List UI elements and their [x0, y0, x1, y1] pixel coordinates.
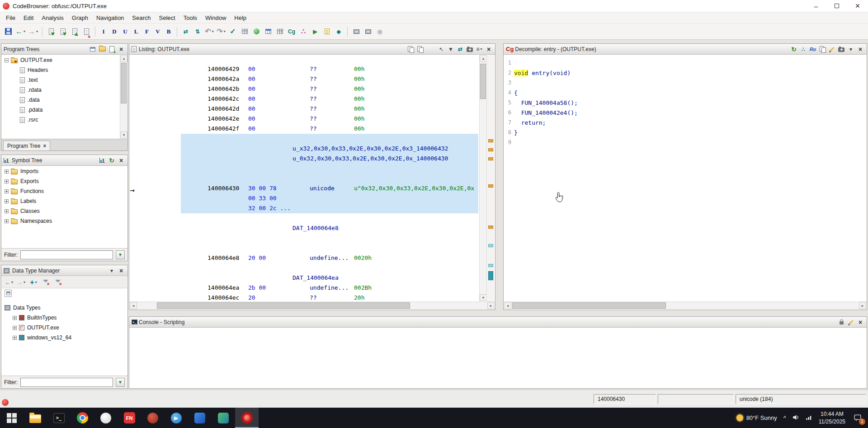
overview-marker[interactable]	[488, 264, 493, 267]
function-graph-button[interactable]: ∴	[298, 26, 309, 38]
scrollbar-thumb[interactable]	[157, 302, 410, 309]
center-splitter[interactable]	[496, 43, 503, 310]
listing-row[interactable]: 14000642b 00 ?? 00h	[137, 77, 478, 87]
overview-marker[interactable]	[488, 244, 493, 247]
next-datatype-button[interactable]: →▾	[16, 277, 27, 288]
edit-button[interactable]	[828, 45, 836, 53]
new-tree-button[interactable]	[108, 45, 116, 53]
app-button-2[interactable]	[141, 408, 165, 428]
data-type-archive-item[interactable]: BuiltInTypes	[2, 313, 127, 323]
symbol-tree-item[interactable]: Classes	[2, 206, 127, 216]
close-window-button[interactable]: ×	[847, 0, 868, 12]
decompile-line[interactable]: 7 return;	[504, 118, 866, 127]
filter-pointers-button[interactable]	[52, 277, 63, 288]
listing-row[interactable]: 1400064e8 20 00 undefine... 0020h	[137, 246, 478, 256]
diamond-button[interactable]: ◆	[333, 26, 344, 38]
volume-button[interactable]	[793, 414, 799, 422]
marker-letter-button[interactable]: L	[131, 26, 141, 38]
decompile-line[interactable]: 4 {	[504, 88, 866, 98]
save-button[interactable]	[3, 26, 14, 38]
program-tree-item[interactable]: Headers	[2, 65, 120, 75]
console-splitter[interactable]	[129, 310, 867, 316]
app-button-1[interactable]	[94, 408, 118, 428]
menu-item[interactable]: Navigation	[92, 13, 128, 23]
menu-item[interactable]: Graph	[68, 13, 92, 23]
data-type-archive-item[interactable]: OUTPUT.exe	[2, 323, 127, 333]
ghidra-taskbar-button[interactable]	[235, 408, 259, 428]
new-datatype-button[interactable]: +▾	[28, 277, 39, 288]
validate-button[interactable]: ✓	[227, 26, 238, 38]
symbol-tree-item[interactable]: Namespaces	[2, 216, 127, 226]
refresh-button[interactable]: ↻	[108, 156, 116, 165]
xref-swap-vertical-button[interactable]: ⇅	[192, 26, 203, 38]
decompile-line[interactable]: 8 }	[504, 127, 866, 137]
expand-icon[interactable]	[13, 326, 17, 330]
data-types-root[interactable]: Data Types	[2, 303, 127, 313]
marker-letter-button[interactable]: F	[142, 26, 152, 38]
listing-row[interactable]: DAT_1400064e8	[137, 216, 478, 226]
filter-options-button[interactable]: ▼	[116, 250, 125, 259]
panel-menu-button[interactable]: ▾	[108, 267, 116, 275]
byte-viewer-button[interactable]	[274, 26, 285, 38]
overview-marker[interactable]	[488, 139, 493, 142]
weather-widget[interactable]: 80°F Sunny	[736, 414, 777, 421]
page-down-arrow-button[interactable]	[46, 26, 57, 38]
tree-view-button[interactable]	[89, 45, 97, 53]
memory-chip-button[interactable]	[351, 26, 362, 38]
menu-item[interactable]: Search	[128, 13, 155, 23]
dtm-filter-input[interactable]	[20, 378, 113, 387]
symbol-filter-input[interactable]	[20, 250, 113, 259]
decompile-line[interactable]: 5 FUN_140004a58();	[504, 98, 866, 108]
listing-menu-button[interactable]: ≡▾	[475, 45, 483, 53]
marker-letter-button[interactable]: D	[109, 26, 119, 38]
app-button-5[interactable]	[212, 408, 235, 428]
close-panel-button[interactable]: ×	[117, 45, 125, 53]
network-button[interactable]	[806, 414, 812, 422]
scroll-right-button[interactable]: ►	[487, 302, 495, 309]
marker-letter-button[interactable]: I	[99, 26, 108, 38]
minimize-button[interactable]: –	[806, 0, 826, 12]
close-panel-button[interactable]: ×	[117, 267, 125, 275]
listing-row[interactable]: 32 00 2c ...	[137, 197, 478, 207]
close-panel-button[interactable]: ×	[485, 45, 493, 53]
listing-row[interactable]: 1400064ea 2b 00 undefine... 002Bh	[137, 276, 478, 286]
file-explorer-button[interactable]	[24, 408, 47, 428]
preview-toggle-button[interactable]	[5, 290, 12, 297]
marker-letter-button[interactable]: B	[164, 26, 174, 38]
table-view-button[interactable]	[239, 26, 250, 38]
decompile-line[interactable]: 3	[504, 78, 866, 88]
decompile-horizontal-scrollbar[interactable]: ◄ ►	[504, 301, 866, 309]
listing-row[interactable]	[137, 226, 478, 236]
menu-item[interactable]: Help	[230, 13, 250, 23]
notification-center-button[interactable]: 1	[852, 412, 863, 424]
menu-item[interactable]: Analysis	[38, 13, 67, 23]
close-panel-button[interactable]: ×	[117, 156, 125, 165]
listing-row[interactable]: 1400064ec 20 ?? 20h	[137, 286, 478, 296]
listing-row[interactable]: 14000642e 00 ?? 00h	[137, 107, 478, 117]
listing-row[interactable]	[137, 167, 478, 177]
memory-chip-button-2[interactable]	[363, 26, 373, 38]
page-up-arrow-button[interactable]	[69, 26, 80, 38]
maximize-button[interactable]	[826, 0, 847, 12]
scroll-right-button[interactable]: ►	[859, 302, 866, 309]
snapshot-view-button[interactable]	[416, 45, 424, 53]
start-button[interactable]	[0, 408, 24, 428]
scroll-left-button[interactable]: ◄	[504, 302, 511, 309]
copy-button[interactable]	[818, 45, 826, 53]
program-trees-scrollbar[interactable]: ▲ ▼	[120, 55, 127, 138]
listing-row[interactable]: 14000642f 00 ?? 00h	[137, 117, 478, 127]
filter-options-button[interactable]: ▼	[116, 378, 125, 387]
chrome-button[interactable]	[71, 408, 94, 428]
overview-marker[interactable]	[488, 148, 493, 151]
terminal-button[interactable]: >_	[47, 408, 71, 428]
expand-icon[interactable]	[5, 179, 9, 183]
listing-row[interactable]: DAT_1400064ea	[137, 266, 478, 276]
cg-button[interactable]: Cg	[286, 26, 297, 38]
listing-row[interactable]: 140006430 30 00 78 unicode u"0x32,0x30,0…	[137, 177, 478, 187]
listing-horizontal-scrollbar[interactable]: ◄ ►	[130, 301, 495, 309]
listing-body[interactable]: 140006429 00 ?? 00h 14000642a 00 ?? 00h	[130, 55, 478, 301]
expand-icon[interactable]	[5, 219, 9, 223]
decompile-body[interactable]: 1 2 void entry(void) 3 4 {	[504, 55, 866, 301]
previous-datatype-button[interactable]: ←▾	[4, 277, 14, 288]
expand-icon[interactable]	[13, 336, 17, 340]
